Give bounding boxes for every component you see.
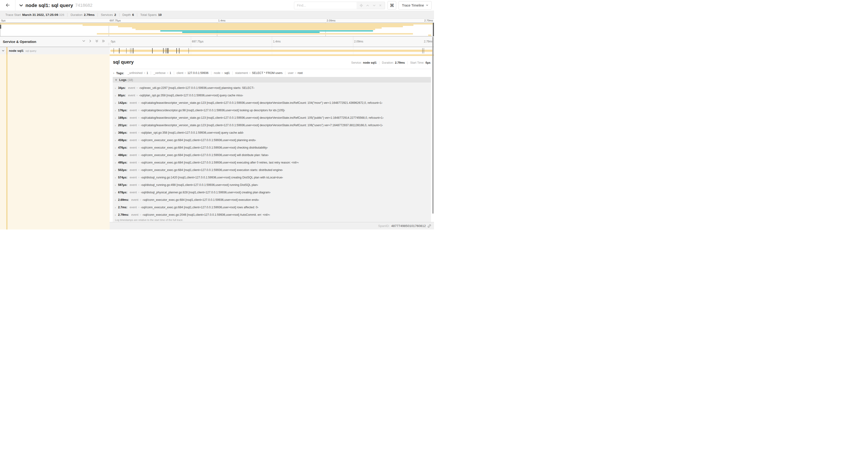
back-button[interactable] [0, 0, 16, 11]
log-row[interactable]: ›2.79ms:event=‹sql/conn_executor_exec.go… [113, 211, 431, 219]
tags-toggle-row[interactable]: › Tags: _unfinished=1_verbose=1client=12… [113, 70, 431, 75]
log-row[interactable]: ›201μs:event=‹sql/catalog/lease/descript… [113, 122, 431, 129]
find-group [294, 2, 385, 9]
logs-label: Logs [119, 78, 126, 81]
chevron-down-icon: ∨ [115, 78, 119, 81]
minimap-bars [0, 23, 434, 36]
logs-footnote: Log timestamps are relative to the start… [115, 219, 183, 221]
log-row[interactable]: ›495μs:event=‹sql/conn_executor_exec.go:… [113, 159, 431, 166]
spanid-label: SpanID: [378, 224, 390, 228]
span-operation-name: sql query [25, 50, 36, 52]
trace-stat: Depth6 [119, 13, 137, 17]
detail-duration-stat: Duration:2.79ms [379, 61, 407, 64]
next-result-chevron-down-icon[interactable] [372, 4, 376, 7]
chevron-right-icon: › [115, 213, 118, 217]
chevron-right-icon: › [115, 94, 118, 97]
clear-search-x-icon[interactable] [379, 4, 382, 7]
log-row[interactable]: ›597μs:event=‹sql/distsql_running.go:498… [113, 181, 431, 189]
minimap-span-bar [160, 30, 373, 32]
tag-item: statement=SELECT * FROM users [232, 71, 285, 75]
deep-link-icon[interactable] [428, 224, 431, 228]
log-row[interactable]: ›486μs:event=‹sql/conn_executor_exec.go:… [113, 151, 431, 159]
log-row[interactable]: ›176μs:event=‹sql/catalog/descs/descript… [113, 107, 431, 114]
log-row[interactable]: ›80μs:event=‹sql/plan_opt.go:358 [nsql1,… [113, 92, 431, 99]
chevron-right-icon: › [115, 124, 118, 127]
span-detail-title: sql query [113, 60, 134, 65]
prev-result-chevron-up-icon[interactable] [366, 4, 369, 7]
tag-item: _verbose=1 [151, 71, 174, 75]
log-row[interactable]: ›678μs:event=‹sql/distsql_physical_plann… [113, 189, 431, 196]
view-selector-button[interactable]: Trace Timeline [399, 1, 432, 9]
minimap-span-bar [132, 27, 382, 29]
span-detail-header: sql query Service:node sql1 Duration:2.7… [113, 56, 431, 69]
minimap-span-bar [0, 23, 434, 25]
view-selector-label: Trace Timeline [402, 3, 424, 7]
service-operation-title: Service & Operation [3, 40, 36, 44]
minimap-span-bar [97, 33, 413, 35]
log-marker-tick [166, 48, 166, 54]
top-bar: node sql1: sql query 7418682 ⌘ [0, 0, 434, 11]
minimap-span-bar [135, 29, 375, 30]
ruler-scale-label: 2.79ms [424, 40, 433, 43]
detail-accent-strip [110, 54, 434, 56]
chevron-right-icon: › [115, 198, 118, 202]
minimap-scale-label: 2.09ms [327, 19, 336, 22]
minimap-right-drag-handle[interactable] [433, 23, 434, 36]
ruler-scale-label: 1.4ms [273, 40, 281, 43]
log-marker-tick [189, 48, 189, 54]
log-marker-tick [179, 48, 180, 54]
log-markers [110, 47, 434, 54]
trace-collapse-chevron-icon[interactable] [19, 3, 23, 7]
trace-minimap: 0μs697.75μs1.4ms2.09ms2.79ms [0, 19, 434, 36]
span-children-gutter [0, 54, 110, 230]
ruler-scale-label: 697.75μs [192, 40, 204, 43]
trace-stat: Trace StartMarch 31 2022, 17:25:09.326 [2, 13, 67, 17]
log-marker-tick [126, 48, 127, 54]
span-collapse-chevron-down-icon[interactable] [2, 50, 4, 52]
log-row[interactable]: ›459μs:event=‹sql/conn_executor_exec.go:… [113, 136, 431, 144]
minimap-span-bar [118, 26, 403, 27]
log-row[interactable]: ›476μs:event=‹sql/conn_executor_exec.go:… [113, 144, 431, 151]
chevron-right-icon: › [115, 191, 118, 194]
trace-stat: Duration2.79ms [67, 13, 97, 17]
log-row[interactable]: ›142μs:event=‹sql/catalog/lease/descript… [113, 99, 431, 107]
collapse-all-double-chevron-down-icon[interactable] [95, 39, 98, 44]
log-marker-tick [130, 48, 131, 54]
keyboard-shortcuts-button[interactable]: ⌘ [388, 1, 396, 9]
chevron-right-icon: › [115, 161, 118, 164]
log-marker-tick [119, 48, 120, 54]
log-row[interactable]: ›502μs:event=‹sql/conn_executor_exec.go:… [113, 166, 431, 174]
span-row-name-cell[interactable]: node sql1 sql query [0, 47, 110, 54]
spanid-value: 4877749850101760812 [391, 224, 426, 228]
chevron-right-icon: › [115, 131, 118, 135]
chevron-right-icon: › [115, 86, 118, 90]
tag-item: _unfinished=1 [125, 71, 151, 75]
log-row[interactable]: ›366μs:event=‹sql/plan_opt.go:358 [nsql1… [113, 129, 431, 136]
vertical-scrollbar[interactable] [432, 37, 434, 214]
command-icon: ⌘ [390, 3, 394, 8]
logs-list: ›34μs:event=‹sql/exec_util.go:2297 [nsql… [113, 83, 431, 219]
locate-icon[interactable] [360, 4, 363, 7]
log-row[interactable]: ›574μs:event=‹sql/distsql_running.go:142… [113, 174, 431, 181]
chevron-down-icon [426, 3, 428, 7]
log-marker-tick [422, 48, 423, 54]
expand-one-chevron-right-icon[interactable] [89, 39, 92, 44]
chevron-right-icon: › [113, 71, 116, 75]
minimap-left-drag-handle[interactable] [0, 25, 1, 29]
collapse-one-chevron-down-icon[interactable] [82, 39, 85, 44]
ruler-gridline [191, 36, 191, 47]
logs-toggle-row[interactable]: ∨ Logs (18) [113, 77, 431, 83]
log-marker-tick [167, 48, 167, 54]
find-input[interactable] [294, 2, 356, 9]
minimap-canvas[interactable] [0, 23, 434, 36]
log-row[interactable]: ›2.7ms:event=‹sql/conn_executor_exec.go:… [113, 204, 431, 211]
log-marker-tick [163, 48, 163, 54]
chevron-right-icon: › [115, 146, 118, 150]
chevron-right-icon: › [115, 183, 118, 187]
log-row[interactable]: ›189μs:event=‹sql/catalog/lease/descript… [113, 114, 431, 122]
log-row[interactable]: ›34μs:event=‹sql/exec_util.go:2297 [nsql… [113, 84, 431, 92]
expand-all-double-chevron-right-icon[interactable] [102, 39, 105, 44]
log-row[interactable]: ›2.69ms:event=‹sql/conn_executor_exec.go… [113, 196, 431, 204]
trace-stats-bar: Trace StartMarch 31 2022, 17:25:09.326Du… [0, 11, 434, 19]
span-row-timeline-cell[interactable] [110, 47, 434, 54]
